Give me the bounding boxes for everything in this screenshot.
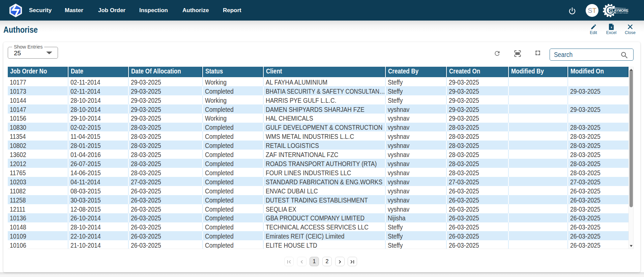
svg-text:SECURITY & SAFETY CONSULTANTS: SECURITY & SAFETY CONSULTANTS (616, 12, 628, 14)
svg-text:x: x (611, 26, 612, 29)
svg-text:CLAYMORE: CLAYMORE (610, 8, 629, 12)
